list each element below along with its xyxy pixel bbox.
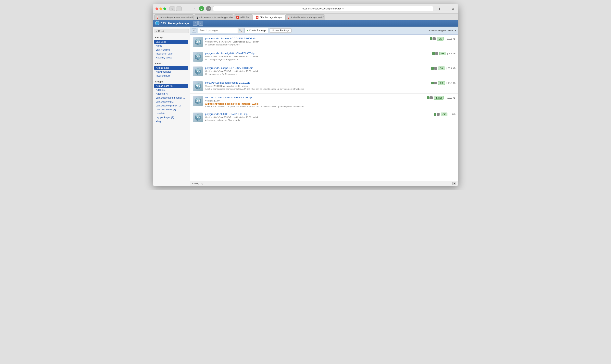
package-desc-2: UI config package for Playgrounds: [205, 58, 422, 61]
browser-tab-2[interactable]: G adobe/aem-project-archetype: Maven te.…: [194, 14, 233, 20]
status-size-2: 8.8 KB: [449, 52, 455, 55]
package-name-2[interactable]: playgrounds.ui.config-0.0.1-SNAPSHOT.zip: [205, 52, 422, 55]
status-sep-2: |: [447, 52, 448, 55]
status-size-4: 19.2 KB: [448, 82, 455, 84]
app-header: 🌐 CRX Package Manager ↺ ▼: [153, 20, 458, 26]
sidebar-item-name[interactable]: Name: [154, 44, 188, 48]
tab-label-3: AEM Start: [240, 16, 250, 18]
activity-log-expand-button[interactable]: ▲: [452, 182, 456, 185]
package-info-3: playgrounds.ui.apps-0.0.1-SNAPSHOT.zip V…: [205, 66, 422, 75]
url-bar[interactable]: localhost:4502/crx/packmgr/index.jsp ↺: [213, 6, 433, 12]
browser-tab-3[interactable]: A AEM Start: [234, 14, 253, 20]
browser-actions: ⬆ + ⧉: [437, 6, 455, 12]
tab-favicon-3: A: [236, 16, 239, 19]
browser-tab-1[interactable]: A sub-packages are not installed with sa…: [154, 14, 194, 20]
main-layout: ↺ Reset Sort by Last used Name Last modi…: [153, 26, 458, 186]
window-control-button[interactable]: ⌄: [176, 6, 182, 11]
sidebar-item-graphiql[interactable]: com.adobe.aem.graphiql (1): [154, 96, 188, 100]
reload-icon[interactable]: ↺: [342, 7, 344, 10]
activity-log: Activity Log ▲: [190, 181, 458, 186]
sidebar-item-all-packages[interactable]: All packages: [154, 66, 188, 70]
header-refresh-button[interactable]: ↺: [193, 21, 198, 26]
sidebar-item-installed-built[interactable]: Installed/Built: [154, 74, 188, 78]
list-item: CRX playgrounds.ui.config-0.0.1-SNAPSHOT…: [190, 49, 458, 64]
browser-tab-4[interactable]: A CRX Package Manager: [253, 14, 285, 20]
sidebar-item-sling[interactable]: sling: [154, 119, 188, 123]
status-icons-4: [431, 82, 437, 84]
cube-svg-5: CRX: [194, 97, 202, 105]
upload-package-button[interactable]: Upload Package: [270, 28, 292, 33]
extension-icon-g[interactable]: G: [199, 6, 204, 11]
sidebar-item-com-adobe-cq[interactable]: com.adobe.cq (2): [154, 100, 188, 104]
admin-badge: Administrator@crx.default ▼: [428, 29, 456, 32]
status-sep-5: |: [445, 97, 445, 99]
forward-button[interactable]: ›: [192, 6, 197, 12]
show-title: Show: [154, 62, 188, 66]
reset-label: Reset: [158, 30, 164, 32]
sidebar-item-all-packages-group[interactable]: All packages (114): [154, 84, 188, 88]
nav-buttons: ‹ ›: [185, 6, 197, 12]
package-icon-1: CRX: [193, 37, 203, 47]
header-dropdown-button[interactable]: ▼: [199, 21, 203, 26]
status-icon-gray-4: [434, 82, 437, 84]
sidebar-item-last-modified[interactable]: Last modified: [154, 48, 188, 52]
status-sep-6: |: [449, 113, 449, 116]
package-desc-3: UI apps package for Playgrounds: [205, 73, 422, 75]
reset-icon: ↺: [156, 30, 158, 32]
package-status-4: OK | 19.2 KB: [424, 81, 455, 85]
status-icon-gray-5: [430, 96, 433, 99]
sidebar-item-com-adobe-reef[interactable]: com.adobe.reef (1): [154, 108, 188, 112]
extension-icon-shield[interactable]: 🛡: [206, 6, 211, 11]
sidebar-item-recently-added[interactable]: Recently added: [154, 56, 188, 60]
status-ok-3: OK: [438, 66, 445, 70]
back-button[interactable]: ‹: [185, 6, 191, 12]
create-package-button[interactable]: ● Create Package: [244, 28, 268, 33]
sidebar-item-adobe-57[interactable]: Adobe (57): [154, 92, 188, 96]
sidebar-item-day[interactable]: day (50): [154, 112, 188, 116]
status-sep-3: |: [446, 67, 447, 69]
sidebar-item-com-adobe-cq-inbox[interactable]: com.adobe.cq.inbox (1): [154, 104, 188, 108]
status-sep-4: |: [446, 82, 447, 84]
package-cube-1: CRX: [193, 37, 203, 47]
package-status-1: OK | 192.3 KB: [424, 37, 455, 40]
new-tab-button[interactable]: +: [443, 6, 449, 12]
package-name-1[interactable]: playgrounds.ui.content-0.0.1-SNAPSHOT.zi…: [205, 37, 422, 40]
package-desc-5: A set of standardized components for AEM…: [205, 105, 422, 108]
content-toolbar: ↺ 🔍 ● Create Package Upload Package Ad: [190, 26, 458, 35]
sidebar-item-installation-date[interactable]: Installation date: [154, 52, 188, 56]
share-button[interactable]: ⬆: [437, 6, 442, 12]
toolbar-refresh-icon[interactable]: ↺: [192, 28, 197, 33]
tab-label-2: adobe/aem-project-archetype: Maven te...: [199, 16, 233, 18]
tab-overview-button[interactable]: ⧉: [450, 6, 455, 12]
sidebar-item-adobe-1[interactable]: Adobe (1): [154, 88, 188, 92]
url-text: localhost:4502/crx/packmgr/index.jsp: [302, 7, 341, 10]
status-install-5[interactable]: Install: [434, 96, 444, 100]
close-button[interactable]: [156, 7, 158, 10]
app-title-main: Package Manager: [168, 22, 190, 25]
cube-svg-3: CRX: [194, 67, 202, 76]
admin-dropdown-icon[interactable]: ▼: [454, 29, 456, 32]
package-name-4[interactable]: core.wcm.components.config-2.13.0.zip: [205, 81, 422, 84]
sidebar-item-last-used[interactable]: Last used: [154, 40, 188, 44]
sidebar-item-my-packages[interactable]: my_packages (1): [154, 116, 188, 119]
sidebar-item-new-packages[interactable]: New packages: [154, 70, 188, 74]
package-name-6[interactable]: playgrounds.all-0.0.1-SNAPSHOT.zip: [205, 113, 422, 116]
traffic-lights: [156, 7, 166, 10]
svg-text:CRX: CRX: [196, 70, 200, 73]
browser-tab-5[interactable]: A Adobe Experience Manager Web Consol...: [285, 14, 325, 20]
package-icon-2: CRX: [193, 52, 203, 62]
package-name-3[interactable]: playgrounds.ui.apps-0.0.1-SNAPSHOT.zip: [205, 66, 422, 69]
search-input[interactable]: [198, 28, 238, 33]
svg-text:CRX: CRX: [196, 117, 200, 119]
maximize-button[interactable]: [163, 7, 166, 10]
minimize-button[interactable]: [159, 7, 162, 10]
reset-button[interactable]: ↺ Reset: [154, 29, 189, 33]
app-content: 🌐 CRX Package Manager ↺ ▼ ↺ Reset: [153, 20, 458, 186]
list-item: CRX core.wcm.components.config-2.13.0.zi…: [190, 79, 458, 94]
search-button[interactable]: 🔍: [238, 28, 243, 33]
package-name-5[interactable]: core.wcm.components.content-2.13.0.zip: [205, 96, 422, 99]
package-status-2: OK | 8.8 KB: [424, 52, 455, 55]
header-actions: ↺ ▼: [193, 21, 203, 26]
app-title: CRX Package Manager: [161, 22, 190, 25]
sidebar-toggle-button[interactable]: ⊟: [170, 6, 175, 11]
